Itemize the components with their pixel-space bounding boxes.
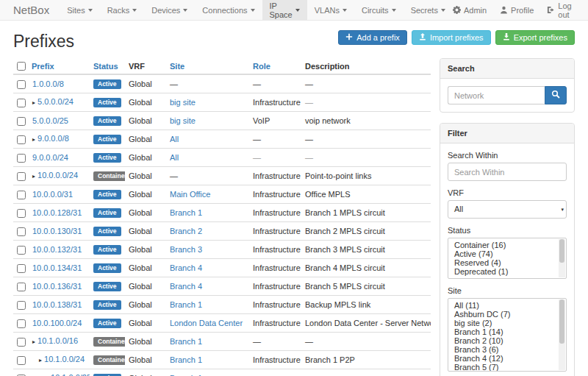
- role-value: —: [253, 337, 261, 346]
- status-option[interactable]: Deprecated (1): [448, 267, 566, 276]
- site-link[interactable]: All: [170, 135, 179, 143]
- prefix-link[interactable]: 5.0.0.0/24: [37, 97, 74, 106]
- row-checkbox[interactable]: [17, 283, 26, 291]
- site-link[interactable]: Branch 1: [170, 208, 202, 217]
- table-row: ▸5.0.0.0/24ActiveGlobalbig siteInfrastru…: [13, 93, 431, 112]
- prefix-link[interactable]: 1.0.0.0/8: [32, 79, 64, 88]
- row-checkbox[interactable]: [17, 135, 26, 144]
- export-prefixes-button[interactable]: Export prefixes: [495, 30, 575, 45]
- vrf-select[interactable]: All ▾: [448, 200, 567, 219]
- role-value: Infrastructure: [253, 355, 301, 364]
- row-checkbox[interactable]: [17, 227, 26, 236]
- site-option[interactable]: Ashburn DC (7): [448, 310, 566, 319]
- scrollbar-thumb[interactable]: [559, 299, 564, 344]
- search-within-input[interactable]: [448, 163, 567, 181]
- prefix-link[interactable]: 10.0.0.0/31: [32, 190, 73, 199]
- status-option[interactable]: Reserved (4): [448, 258, 566, 267]
- prefix-link[interactable]: 10.1.0.0/24: [44, 355, 85, 363]
- site-option[interactable]: Branch 1 (14): [448, 327, 566, 336]
- search-input[interactable]: [448, 86, 545, 104]
- row-checkbox[interactable]: [17, 209, 26, 218]
- site-link[interactable]: Branch 1: [170, 337, 202, 346]
- table-row: 10.0.0.138/31ActiveGlobalBranch 1Infrast…: [13, 296, 431, 314]
- expand-arrow-icon: ▸: [32, 173, 35, 180]
- column-header-prefix[interactable]: Prefix: [28, 58, 90, 74]
- row-checkbox[interactable]: [17, 356, 26, 365]
- column-header-role[interactable]: Role: [249, 58, 301, 74]
- add-prefix-button[interactable]: Add a prefix: [338, 30, 407, 45]
- description-value: Office MPLS: [305, 190, 351, 199]
- prefix-link[interactable]: 10.0.0.134/31: [32, 263, 82, 272]
- site-option[interactable]: All (11): [448, 301, 566, 310]
- scrollbar-thumb[interactable]: [559, 239, 564, 263]
- prefix-link[interactable]: 9.0.0.0/24: [32, 153, 68, 162]
- site-listbox[interactable]: All (11)Ashburn DC (7)big site (2)Branch…: [448, 298, 567, 372]
- row-checkbox[interactable]: [17, 338, 26, 347]
- row-checkbox[interactable]: [17, 172, 26, 181]
- prefix-link[interactable]: 9.0.0.0/8: [37, 134, 69, 143]
- site-link[interactable]: Branch 2: [170, 227, 202, 235]
- nav-item-profile[interactable]: Profile: [500, 6, 534, 15]
- nav-item-racks[interactable]: Racks: [100, 0, 145, 20]
- nav-item-sites[interactable]: Sites: [60, 0, 99, 20]
- nav-item-log-out[interactable]: Log out: [547, 1, 573, 19]
- column-header-status[interactable]: Status: [90, 58, 125, 74]
- brand-logo[interactable]: NetBox: [0, 0, 60, 20]
- status-listbox[interactable]: Container (16)Active (74)Reserved (4)Dep…: [448, 238, 567, 279]
- row-checkbox[interactable]: [17, 264, 26, 273]
- prefix-link[interactable]: 10.0.0.130/31: [32, 227, 82, 235]
- row-checkbox[interactable]: [17, 117, 26, 126]
- site-option[interactable]: Branch 2 (10): [448, 336, 566, 345]
- row-checkbox[interactable]: [17, 154, 26, 163]
- site-option[interactable]: Branch 4 (12): [448, 354, 566, 363]
- import-prefixes-button[interactable]: Import prefixes: [412, 30, 491, 45]
- nav-item-secrets[interactable]: Secrets: [404, 0, 453, 20]
- site-option[interactable]: Branch 5 (7): [448, 363, 566, 372]
- nav-item-ip-space[interactable]: IP Space: [262, 0, 307, 20]
- site-link[interactable]: Branch 4: [170, 282, 202, 291]
- search-button[interactable]: [545, 86, 567, 104]
- status-option[interactable]: Active (74): [448, 249, 566, 258]
- toolbar: Add a prefix Import prefixes Export pref…: [338, 30, 575, 45]
- row-checkbox[interactable]: [17, 301, 26, 310]
- row-checkbox[interactable]: [17, 80, 26, 89]
- nav-item-circuits[interactable]: Circuits: [354, 0, 404, 20]
- nav-item-connections[interactable]: Connections: [195, 0, 262, 20]
- site-link[interactable]: Branch 4: [170, 263, 202, 272]
- status-badge: Active: [93, 79, 121, 89]
- gear-icon: [453, 6, 461, 14]
- row-checkbox[interactable]: [17, 246, 26, 255]
- site-link[interactable]: Branch 1: [170, 300, 202, 309]
- site-link[interactable]: big site: [170, 98, 196, 107]
- vrf-value: Global: [129, 355, 152, 364]
- nav-item-admin[interactable]: Admin: [453, 6, 487, 15]
- row-checkbox[interactable]: [17, 99, 26, 107]
- status-option[interactable]: Container (16): [448, 241, 566, 249]
- column-header-site[interactable]: Site: [166, 58, 249, 74]
- nav-item-vlans[interactable]: VLANs: [307, 0, 354, 20]
- site-option[interactable]: big site (2): [448, 319, 566, 327]
- prefix-link[interactable]: 10.0.100.0/24: [32, 319, 82, 327]
- site-value: —: [170, 79, 178, 88]
- prefix-link[interactable]: 10.0.0.136/31: [32, 282, 82, 291]
- site-link[interactable]: Branch 1: [170, 355, 202, 364]
- prefix-link[interactable]: 10.1.0.0/16: [37, 336, 78, 345]
- site-link[interactable]: big site: [170, 116, 196, 125]
- table-row: 10.0.100.0/24ActiveGlobalLondon Data Cen…: [13, 314, 431, 333]
- nav-item-devices[interactable]: Devices: [144, 0, 195, 20]
- site-link[interactable]: Main Office: [170, 190, 210, 199]
- prefix-link[interactable]: 5.0.0.0/25: [32, 116, 68, 125]
- site-link[interactable]: Branch 3: [170, 245, 202, 254]
- site-link[interactable]: London Data Center: [170, 319, 243, 327]
- prefix-link[interactable]: 10.0.0.132/31: [32, 245, 82, 254]
- row-checkbox[interactable]: [17, 191, 26, 199]
- select-all-checkbox[interactable]: [17, 62, 26, 71]
- description-value: Branch 1 P2P: [305, 355, 355, 364]
- site-link[interactable]: All: [170, 153, 179, 162]
- prefix-link[interactable]: 10.0.0.0/24: [37, 171, 78, 180]
- prefix-link[interactable]: 10.0.0.128/31: [32, 208, 82, 217]
- row-checkbox[interactable]: [17, 319, 26, 328]
- prefix-link[interactable]: 10.1.0.0/25: [51, 373, 90, 376]
- site-option[interactable]: Branch 3 (6): [448, 345, 566, 354]
- prefix-link[interactable]: 10.0.0.138/31: [32, 300, 82, 309]
